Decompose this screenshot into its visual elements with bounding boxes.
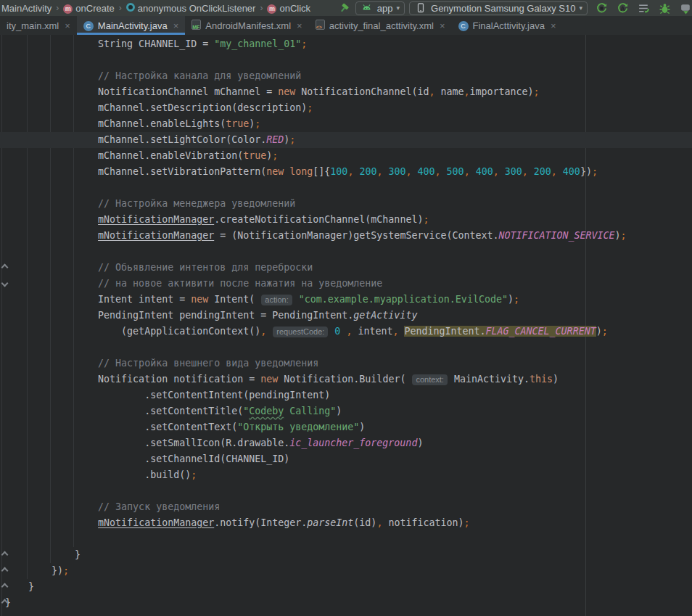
attach-debugger-icon[interactable] xyxy=(679,1,692,15)
code-line[interactable]: // Запуск уведомления xyxy=(5,499,627,515)
close-tab-icon[interactable]: × xyxy=(440,20,445,31)
tab-activity_final_acttivity.xml[interactable]: <>activity_final_acttivity.xml× xyxy=(309,16,452,35)
code-token: , xyxy=(464,166,470,177)
code-token: ) xyxy=(417,438,423,448)
code-line[interactable]: // Обьявление интентов для переброски xyxy=(5,260,627,276)
code-line[interactable]: .setContentIntent(pendingIntent) xyxy=(5,387,627,403)
main-toolbar: MainActivity›monCreate›anonymous OnClick… xyxy=(0,0,692,16)
code-line[interactable]: mChannel.setLightColor(Color.RED); xyxy=(5,132,627,148)
code-line[interactable] xyxy=(5,244,627,260)
svg-text:A: A xyxy=(620,4,625,12)
code-token: this xyxy=(530,374,553,385)
code-line[interactable]: .setContentText("Открыть уведомление") xyxy=(5,419,627,435)
breadcrumb: MainActivity›monCreate›anonymous OnClick… xyxy=(1,2,310,14)
code-line[interactable]: // на новое активити после нажатия на ув… xyxy=(5,276,627,292)
android-studio-window: MainActivity›monCreate›anonymous OnClick… xyxy=(0,0,692,616)
close-tab-icon[interactable]: × xyxy=(551,20,556,31)
close-tab-icon[interactable]: × xyxy=(65,20,70,31)
debug-icon[interactable] xyxy=(658,1,671,15)
code-line[interactable]: mNotificationManager = (NotificationMana… xyxy=(5,228,627,244)
apply-changes-icon[interactable] xyxy=(595,1,608,15)
chevron-down-icon: ▾ xyxy=(397,4,400,12)
code-token: mChannel.enableLights( xyxy=(5,118,226,129)
tab-label: ity_main.xml xyxy=(7,20,59,31)
parameter-hint-chip: requestCode: xyxy=(273,327,328,337)
code-token xyxy=(528,166,534,177)
code-token: intent xyxy=(352,326,392,337)
code-line[interactable]: } xyxy=(5,547,627,563)
code-line[interactable]: mChannel.enableLights(true); xyxy=(5,116,627,132)
code-token: 400 xyxy=(476,166,493,177)
code-line[interactable]: .build(); xyxy=(5,467,627,483)
code-line[interactable]: // Настройка внешнего вида уведомления xyxy=(5,356,627,371)
parameter-hint-chip: action: xyxy=(261,295,292,305)
code-line[interactable]: mChannel.enableVibration(true); xyxy=(5,148,627,164)
device-selector[interactable]: Genymotion Samsung Galaxy S10 ▾ xyxy=(409,1,588,15)
code-token: // Настройка менеджера уведомлений xyxy=(5,198,295,209)
code-token: "com.example.myapplication.EvilCode" xyxy=(299,294,508,305)
breadcrumb-separator: › xyxy=(260,3,263,13)
code-line[interactable]: Intent intent = new Intent( action: "com… xyxy=(5,292,627,308)
code-line[interactable]: } xyxy=(5,579,627,595)
code-token: (id) xyxy=(353,517,376,528)
breadcrumb-label: anonymous OnClickListener xyxy=(138,3,256,14)
java-class-icon: C xyxy=(83,20,94,32)
code-token: ) xyxy=(508,294,514,305)
code-token: ; xyxy=(602,326,608,337)
breadcrumb-item[interactable]: monClick xyxy=(267,2,310,14)
apply-code-changes-icon[interactable]: A xyxy=(616,1,629,15)
code-line[interactable] xyxy=(5,52,627,68)
code-line[interactable]: NotificationChannel mChannel = new Notif… xyxy=(5,84,627,100)
breadcrumb-item[interactable]: MainActivity xyxy=(1,3,52,14)
code-line[interactable]: // Настройка канала для уведомлений xyxy=(5,68,627,84)
code-token xyxy=(557,166,563,177)
code-line[interactable]: .setChannelId(CHANNEL_ID) xyxy=(5,451,627,467)
code-token: 100 xyxy=(330,166,347,177)
code-line[interactable]: .setSmallIcon(R.drawable.ic_launcher_for… xyxy=(5,435,627,451)
code-token: ; xyxy=(534,86,540,97)
code-token xyxy=(470,166,476,177)
code-line[interactable]: PendingIntent pendingIntent = PendingInt… xyxy=(5,308,627,324)
code-line[interactable] xyxy=(5,483,627,499)
code-token: , xyxy=(406,166,412,177)
breadcrumb-item[interactable]: anonymous OnClickListener xyxy=(126,3,256,14)
close-tab-icon[interactable]: × xyxy=(297,20,302,31)
code-line[interactable] xyxy=(5,180,627,196)
code-token: notification) xyxy=(382,517,464,528)
code-line[interactable] xyxy=(5,340,627,356)
code-token: ) xyxy=(336,406,342,416)
anonymous-class-icon xyxy=(126,3,135,14)
code-line[interactable]: // Настройка менеджера уведомлений xyxy=(5,196,627,212)
code-token: .notify(Integer. xyxy=(214,517,307,528)
code-editor[interactable]: String CHANNEL_ID = "my_channel_01"; // … xyxy=(0,35,692,616)
code-line[interactable]: mNotificationManager.notify(Integer.pars… xyxy=(5,515,627,531)
code-line[interactable]: String CHANNEL_ID = "my_channel_01"; xyxy=(5,36,627,52)
code-line[interactable]: mNotificationManager.createNotificationC… xyxy=(5,212,627,228)
tab-MainActivity.java[interactable]: CMainActivity.java× xyxy=(77,16,185,35)
code-line[interactable] xyxy=(5,531,627,547)
code-line[interactable]: (getApplicationContext(), requestCode: 0… xyxy=(5,324,627,340)
code-token: ; xyxy=(423,214,429,225)
coverage-icon[interactable] xyxy=(637,1,650,15)
code-token: ic_launcher_foreground xyxy=(289,438,417,448)
tab-FinalActtivity.java[interactable]: CFinalActtivity.java× xyxy=(452,16,563,35)
code-line[interactable]: } xyxy=(5,595,627,611)
close-tab-icon[interactable]: × xyxy=(173,20,179,31)
code-line[interactable]: mChannel.setDescription(description); xyxy=(5,100,627,116)
run-config-selector[interactable]: app ▾ xyxy=(355,1,405,15)
code-token: // на новое активити после нажатия на ув… xyxy=(5,278,382,289)
code-token: RED xyxy=(266,134,284,145)
code-token: mNotificationManager xyxy=(98,214,214,225)
toolbar-right-group: app ▾ Genymotion Samsung Galaxy S10 ▾ A xyxy=(338,1,692,15)
code-token: 300 xyxy=(505,166,522,177)
code-line[interactable]: .setContentTitle("Codeby Calling") xyxy=(5,403,627,419)
breadcrumb-item[interactable]: monCreate xyxy=(63,2,114,14)
tab-ity_main.xml[interactable]: ity_main.xml× xyxy=(0,16,77,35)
code-line[interactable]: Notification notification = new Notifica… xyxy=(5,371,627,387)
code-line[interactable]: }); xyxy=(5,563,627,579)
tab-AndroidManifest.xml[interactable]: MFAndroidManifest.xml× xyxy=(185,16,308,35)
code-token: // Обьявление интентов для переброски xyxy=(5,262,313,273)
code-line[interactable]: mChannel.setVibrationPattern(new long[]{… xyxy=(5,164,627,180)
hammer-icon[interactable] xyxy=(338,1,351,15)
code-token: new xyxy=(266,166,284,177)
